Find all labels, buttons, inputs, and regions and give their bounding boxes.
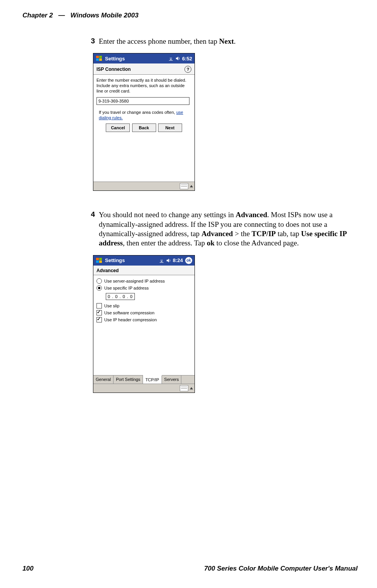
titlebar: Settings 6:52 (93, 53, 195, 63)
connectivity-icon[interactable] (168, 56, 174, 61)
svg-rect-4 (96, 258, 99, 260)
chapter-title: Windows Mobile 2003 (71, 12, 139, 19)
start-flag-icon[interactable] (96, 257, 103, 264)
radio-specific-ip[interactable]: Use specific IP address (96, 285, 191, 291)
checkbox-label: Use software compression (104, 310, 155, 315)
checkbox-use-slip[interactable]: Use slip (96, 302, 191, 309)
checkbox-icon (96, 317, 102, 322)
svg-rect-7 (99, 261, 102, 263)
step-4: 4 You should not need to change any sett… (87, 210, 355, 248)
svg-rect-0 (96, 56, 99, 58)
device-screenshot-isp: Settings 6:52 ISP Connection ? Enter the… (93, 53, 195, 191)
sip-arrow-icon[interactable] (190, 185, 193, 187)
step-4-text: You should not need to change any settin… (99, 210, 355, 248)
step3-bold: Next (219, 37, 234, 45)
s4-t2: > the (233, 230, 251, 238)
sip-bar (93, 182, 195, 190)
device-body: Enter the number exactly as it should be… (93, 75, 195, 182)
section-header: Advanced (93, 266, 195, 275)
sip-arrow-icon[interactable] (190, 387, 193, 389)
tab-tcpip[interactable]: TCP/IP (143, 375, 162, 384)
svg-rect-6 (96, 261, 99, 263)
s4-b0: Advanced (236, 211, 267, 219)
step3-text-b: . (234, 37, 236, 45)
keyboard-icon[interactable] (180, 385, 188, 391)
s4-b4: ok (207, 239, 215, 247)
titlebar-time: 6:52 (182, 56, 192, 62)
header-dash: — (55, 12, 69, 19)
back-button[interactable]: Back (132, 123, 156, 132)
tab-port-settings[interactable]: Port Settings (114, 375, 143, 384)
ip-address-input[interactable]: 0 . 0 . 0 . 0 (106, 293, 135, 300)
svg-rect-1 (99, 56, 102, 58)
tab-general[interactable]: General (93, 375, 114, 384)
checkbox-icon (96, 310, 102, 315)
page-content: 3 Enter the access phone number, then ta… (87, 37, 355, 393)
s4-t3: tab, tap (276, 230, 301, 238)
hint-text: If you travel or change area codes often… (99, 110, 176, 115)
radio-label: Use server-assigned IP address (104, 279, 165, 283)
button-row: Cancel Back Next (96, 123, 191, 132)
s4-t5: to close the Advanced page. (215, 239, 299, 247)
ip-address-row: 0 . 0 . 0 . 0 (106, 293, 191, 300)
checkbox-ip-header-compression[interactable]: Use IP header compression (96, 316, 191, 323)
tab-bar: General Port Settings TCP/IP Servers (93, 375, 195, 384)
device-screenshot-advanced: Settings 8:24 ok Advanced Use server-ass… (93, 255, 195, 393)
tab-servers[interactable]: Servers (162, 375, 182, 384)
cancel-button[interactable]: Cancel (106, 123, 130, 132)
step-3-text: Enter the access phone number, then tap … (99, 37, 236, 46)
next-button[interactable]: Next (158, 123, 182, 132)
titlebar-title: Settings (105, 56, 125, 62)
page-number: 100 (22, 565, 33, 573)
step-number: 4 (87, 210, 99, 219)
svg-rect-5 (99, 258, 102, 260)
radio-server-assigned[interactable]: Use server-assigned IP address (96, 278, 191, 285)
speaker-icon[interactable] (175, 56, 181, 61)
s4-t4: , then enter the address. Tap (123, 239, 207, 247)
section-title: ISP Connection (96, 67, 131, 72)
svg-rect-3 (99, 58, 102, 61)
phone-number-input[interactable] (96, 97, 189, 105)
running-header: Chapter 2 — Windows Mobile 2003 (22, 12, 138, 19)
step-number: 3 (87, 37, 99, 45)
help-icon[interactable]: ? (184, 66, 191, 73)
chapter-label: Chapter 2 (22, 12, 53, 19)
section-header: ISP Connection ? (93, 63, 195, 75)
device-body: Use server-assigned IP address Use speci… (93, 275, 195, 375)
step3-text-a: Enter the access phone number, then tap (99, 37, 219, 45)
instruction-text: Enter the number exactly as it should be… (96, 78, 191, 94)
radio-icon (96, 285, 102, 291)
checkbox-label: Use slip (104, 303, 119, 308)
speaker-icon[interactable] (166, 258, 171, 263)
s4-t0: You should not need to change any settin… (99, 211, 236, 219)
ok-button[interactable]: ok (185, 257, 192, 264)
checkbox-software-compression[interactable]: Use software compression (96, 309, 191, 316)
checkbox-icon (96, 303, 102, 309)
radio-label: Use specific IP address (104, 286, 149, 290)
radio-icon (96, 278, 102, 284)
dialing-rules-hint: If you travel or change area codes often… (96, 110, 191, 121)
connectivity-icon[interactable] (159, 258, 164, 263)
keyboard-icon[interactable] (180, 183, 188, 189)
titlebar-time: 8:24 (173, 257, 183, 263)
svg-rect-2 (96, 58, 99, 61)
manual-title: 700 Series Color Mobile Computer User's … (204, 565, 358, 573)
start-flag-icon[interactable] (96, 55, 103, 62)
s4-b1: Advanced (201, 230, 233, 238)
titlebar: Settings 8:24 ok (93, 255, 195, 266)
titlebar-title: Settings (105, 257, 125, 263)
checkbox-label: Use IP header compression (104, 317, 157, 322)
s4-b2: TCP/IP (251, 230, 275, 238)
step-3: 3 Enter the access phone number, then ta… (87, 37, 355, 46)
section-title: Advanced (96, 268, 119, 273)
sip-bar (93, 384, 195, 393)
